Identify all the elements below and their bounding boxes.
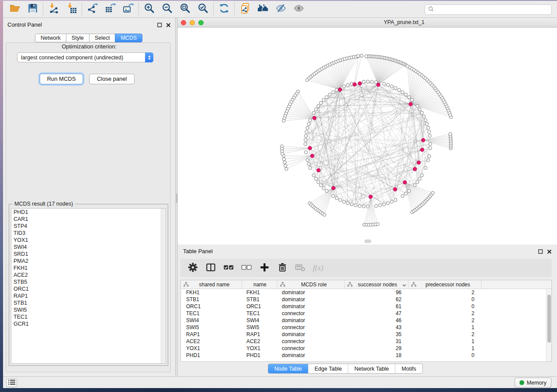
show-graphics-details-button[interactable] [293, 3, 304, 15]
network-canvas[interactable] [178, 28, 557, 244]
refresh-view-button[interactable] [218, 3, 230, 15]
table-row[interactable]: RAP1RAP1dominator352 [181, 331, 551, 338]
search-box[interactable] [425, 4, 552, 15]
task-history-button[interactable] [6, 378, 17, 387]
tab-network-table[interactable]: Network Table [348, 364, 395, 373]
hierarchy-icon [183, 281, 189, 289]
mcds-result-item[interactable]: SRD1 [11, 251, 166, 258]
minimize-window-button[interactable] [190, 20, 195, 25]
mcds-result-item[interactable]: TID3 [11, 230, 166, 237]
close-panel-button[interactable]: Close panel [89, 74, 135, 84]
mcds-result-item[interactable]: STP4 [11, 223, 166, 230]
float-panel-icon[interactable] [157, 21, 162, 29]
table-row[interactable]: FKH1FKH1dominator962 [181, 289, 551, 296]
open-session-button[interactable] [9, 3, 21, 15]
show-columns-button[interactable] [204, 262, 217, 274]
import-net-icon [48, 3, 59, 16]
close-table-panel-icon[interactable] [547, 248, 552, 256]
column-header-name[interactable]: name [242, 280, 277, 289]
mcds-list-scrollbar[interactable] [161, 209, 166, 363]
mcds-result-item[interactable]: ORC1 [11, 285, 166, 292]
network-view-title: YPA_prune.txt_1 [384, 19, 425, 25]
zoom-selected-button[interactable] [197, 3, 209, 15]
deselect-all-checkboxes-button[interactable] [240, 262, 253, 274]
splitter-handle[interactable] [176, 193, 177, 203]
tab-node-table[interactable]: Node Table [268, 364, 308, 373]
select-all-checkboxes-button[interactable] [222, 262, 235, 274]
float-table-panel-icon[interactable] [538, 248, 543, 256]
maximize-window-button[interactable] [198, 20, 204, 25]
table-settings-button[interactable] [187, 262, 199, 274]
mcds-result-item[interactable]: YOX1 [11, 237, 166, 244]
mcds-result-item[interactable]: CAR1 [11, 216, 166, 223]
mcds-result-item[interactable]: SWI5 [11, 306, 166, 313]
search-input[interactable] [436, 7, 548, 13]
zoom-out-icon [162, 3, 173, 16]
cell-shared-name: YOX1 [181, 345, 242, 351]
column-header-successor-nodes[interactable]: successor nodes [345, 280, 408, 289]
mcds-result-item[interactable]: PHD1 [11, 209, 166, 216]
column-header-predecessor-nodes[interactable]: predecessor nodes [408, 280, 481, 289]
mcds-result-item[interactable]: TEC1 [11, 313, 166, 320]
close-panel-icon[interactable] [166, 21, 171, 29]
export-network-button[interactable] [86, 3, 98, 15]
horizontal-splitter-handle[interactable] [365, 240, 371, 243]
network-overview-button[interactable] [257, 3, 269, 15]
import-tab-icon [66, 3, 77, 16]
hide-graphics-details-button[interactable] [275, 3, 287, 15]
table-row[interactable]: SWI4SWI4dominator462 [181, 317, 551, 324]
optimization-criterion-select[interactable]: largest connected component (undirected) [17, 52, 153, 62]
zoom-fit-content-button[interactable] [179, 3, 191, 15]
table-row[interactable]: ORC1ORC1dominator610 [181, 303, 551, 310]
close-window-button[interactable] [181, 20, 186, 25]
mcds-result-item[interactable]: STB5 [11, 279, 166, 285]
tab-select[interactable]: Select [89, 34, 116, 42]
table-row[interactable]: TEC1TEC1connector472 [181, 310, 551, 317]
export-image-button[interactable] [122, 3, 134, 15]
zoom-out-button[interactable] [161, 3, 173, 15]
import-table-file-button[interactable] [66, 3, 77, 15]
mcds-result-item[interactable]: PMA2 [11, 258, 166, 265]
chevron-down-icon[interactable] [402, 281, 406, 289]
cell-predecessor-nodes: 0 [408, 296, 481, 303]
mcds-result-item[interactable]: RAP1 [11, 292, 166, 299]
mcds-result-item[interactable]: ACE2 [11, 272, 166, 279]
network-window-titlebar[interactable]: YPA_prune.txt_1 [178, 18, 557, 28]
create-network-view-button[interactable] [239, 3, 251, 15]
tab-mcds[interactable]: MCDS [115, 34, 142, 42]
eye-slash-icon [275, 3, 287, 16]
mcds-result-list[interactable]: PHD1CAR1STP4TID3YOX1SWI4SRD1PMA2FKH1ACE2… [11, 208, 166, 364]
mcds-result-item[interactable]: STB1 [11, 299, 166, 306]
save-session-button[interactable] [27, 3, 38, 15]
table-scrollbar-thumb[interactable] [547, 295, 551, 343]
search-icon [428, 6, 434, 14]
tab-style[interactable]: Style [66, 34, 90, 42]
delete-column-button[interactable] [276, 262, 288, 274]
mcds-result-item[interactable]: GCR1 [11, 320, 166, 327]
mcds-result-item[interactable]: SWI4 [11, 244, 166, 251]
table-scrollbar[interactable] [546, 289, 551, 361]
cell-mcds-role: dominator [277, 296, 345, 303]
add-column-button[interactable] [258, 262, 270, 274]
tab-edge-table[interactable]: Edge Table [308, 364, 348, 373]
cell-shared-name: SWI5 [181, 324, 242, 330]
tab-network[interactable]: Network [35, 34, 66, 42]
import-network-file-button[interactable] [48, 3, 59, 15]
mcds-result-item[interactable]: FKH1 [11, 265, 166, 272]
cell-successor-nodes: 96 [345, 289, 408, 296]
table-row[interactable]: SWI5SWI5connector431 [181, 324, 551, 331]
zoom-in-button[interactable] [143, 3, 155, 15]
table-row[interactable]: PHD1PHD1dominator180 [181, 352, 551, 359]
cell-successor-nodes: 61 [345, 303, 408, 309]
export-table-button[interactable] [104, 3, 116, 15]
table-row[interactable]: YOX1YOX1connector291 [181, 345, 551, 352]
column-label: name [245, 282, 275, 288]
table-row[interactable]: ACE2ACE2connector311 [181, 338, 551, 345]
memory-button[interactable]: Memory [515, 378, 551, 388]
tab-motifs[interactable]: Motifs [395, 364, 422, 373]
column-header-MCDS-role[interactable]: MCDS role [277, 280, 345, 289]
table-row[interactable]: STB1STB1dominator620 [181, 296, 551, 303]
run-mcds-button[interactable]: Run MCDS [40, 74, 83, 84]
column-header-shared-name[interactable]: shared name [181, 280, 242, 289]
column-label: MCDS role [285, 282, 343, 288]
